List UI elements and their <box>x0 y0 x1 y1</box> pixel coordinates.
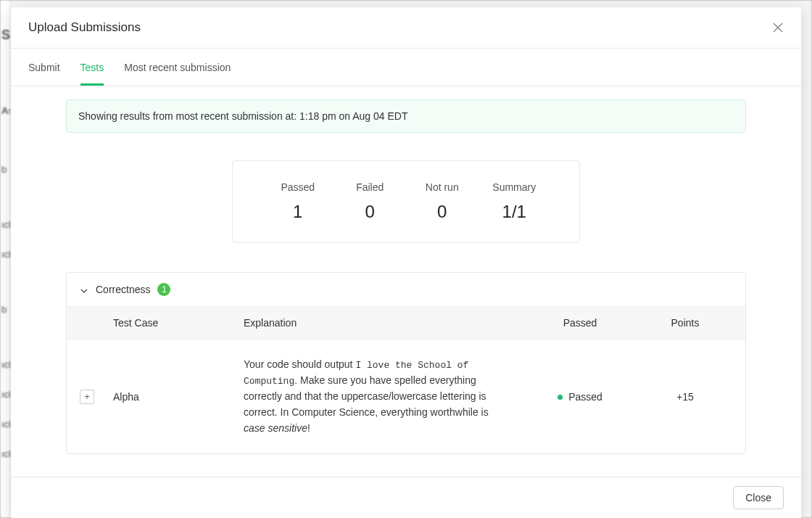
passed-label: Passed <box>568 391 602 403</box>
count-badge: 1 <box>157 283 170 296</box>
bg-text: ıck <box>0 383 10 406</box>
stat-failed: Failed 0 <box>334 181 407 222</box>
th-explanation: Explanation <box>244 317 522 329</box>
test-cases-table: Test Case Explanation Passed Points + Al… <box>67 306 745 453</box>
upload-submissions-modal: Upload Submissions Submit Tests Most rec… <box>11 7 801 518</box>
stat-label: Summary <box>478 181 551 193</box>
testcase-name: Alpha <box>113 391 244 403</box>
bg-text: ıck <box>0 443 10 465</box>
stat-not-run: Not run 0 <box>406 181 478 222</box>
testcase-explanation: Your code should output I love the Schoo… <box>244 357 522 436</box>
modal-body: Showing results from most recent submiss… <box>11 86 801 477</box>
status-dot-icon <box>558 395 563 400</box>
test-stats-card: Passed 1 Failed 0 Not run 0 Summary 1/1 <box>232 160 580 243</box>
bg-text: ıck <box>0 213 10 236</box>
tab-submit[interactable]: Submit <box>28 49 60 86</box>
th-points: Points <box>638 317 732 329</box>
th-passed: Passed <box>522 317 638 329</box>
close-icon[interactable] <box>772 22 784 33</box>
tabs: Submit Tests Most recent submission <box>11 49 801 86</box>
modal-header: Upload Submissions <box>11 7 801 49</box>
stat-value: 1 <box>262 202 334 222</box>
bg-text: b <box>0 298 10 321</box>
modal-title: Upload Submissions <box>28 20 141 35</box>
bg-text: ıck <box>0 353 10 376</box>
stat-passed: Passed 1 <box>262 181 334 222</box>
th-testcase: Test Case <box>113 317 244 329</box>
table-row: + Alpha Your code should output I love t… <box>67 340 745 453</box>
bg-text: Ass <box>0 99 10 122</box>
close-button[interactable]: Close <box>733 486 784 509</box>
explanation-text: Your code should output <box>244 358 355 370</box>
stat-label: Passed <box>262 181 334 193</box>
expand-row-button[interactable]: + <box>80 390 94 404</box>
testcase-points: +15 <box>638 391 732 403</box>
submission-time-banner: Showing results from most recent submiss… <box>66 99 746 133</box>
stat-value: 1/1 <box>478 202 551 222</box>
section-title: Correctness <box>96 284 150 295</box>
stat-label: Not run <box>406 181 478 193</box>
stat-label: Failed <box>334 181 407 193</box>
section-header[interactable]: Correctness 1 <box>67 273 745 306</box>
tab-most-recent-submission[interactable]: Most recent submission <box>124 49 231 86</box>
explanation-text: ! <box>307 422 310 434</box>
bg-text: S1 <box>0 22 10 49</box>
modal-footer: Close <box>11 477 801 518</box>
testcase-passed: Passed <box>522 390 638 403</box>
stat-value: 0 <box>406 202 478 222</box>
explanation-emphasis: case sensitive <box>244 422 307 434</box>
bg-text: ıck <box>0 243 10 266</box>
bg-text: b <box>0 158 10 181</box>
tab-tests[interactable]: Tests <box>80 49 104 86</box>
chevron-down-icon <box>80 285 88 294</box>
correctness-section: Correctness 1 Test Case Explanation Pass… <box>66 272 746 454</box>
stat-summary: Summary 1/1 <box>478 181 551 222</box>
bg-text: ıck <box>0 413 10 435</box>
th-expand <box>80 317 113 329</box>
stat-value: 0 <box>334 202 407 222</box>
table-header: Test Case Explanation Passed Points <box>67 306 745 340</box>
